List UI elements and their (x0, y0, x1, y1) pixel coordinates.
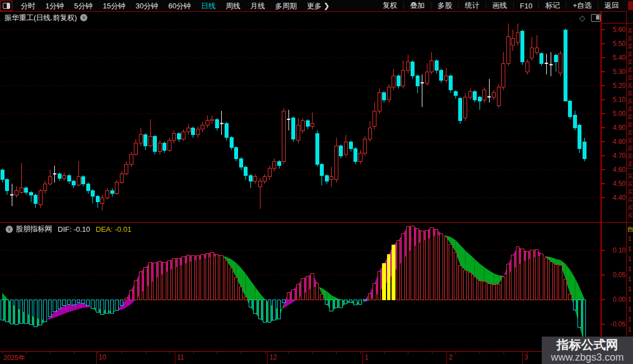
price-label-5.30: 5.30 (603, 68, 626, 76)
axis-tick (602, 183, 605, 184)
period-tab-15分钟[interactable]: 15分钟 (103, 2, 125, 10)
date-tick (241, 352, 241, 354)
corner-accent (628, 1, 633, 10)
price-label-5.60: 5.60 (603, 26, 626, 34)
period-tab-60分钟[interactable]: 60分钟 (168, 2, 190, 10)
date-tick (336, 352, 337, 354)
clipped-text: 卖 (627, 43, 633, 50)
tools-menu: 复权叠加多股统计画线F10标记+自选返回 (376, 0, 625, 11)
split-panel-icon[interactable] (591, 14, 601, 22)
axis-tick (602, 141, 605, 142)
tool-button-标记[interactable]: 标记 (539, 1, 566, 11)
price-label-5.50: 5.50 (603, 40, 626, 48)
period-tab-更多 ❯[interactable]: 更多 ❯ (307, 2, 330, 10)
date-tick (480, 352, 480, 354)
clipped-digit: 1 (628, 235, 631, 242)
date-tick (97, 352, 98, 354)
period-tab-30分钟[interactable]: 30分钟 (136, 2, 158, 10)
period-tab-1分钟[interactable]: 1分钟 (45, 2, 64, 10)
tool-button-复权[interactable]: 复权 (376, 1, 403, 11)
tool-button-叠加[interactable]: 叠加 (404, 1, 431, 11)
clipped-text: 卖 (627, 27, 633, 35)
diamond-icon[interactable]: ◇ (579, 13, 585, 22)
date-axis[interactable]: 2025年101112123 (0, 352, 601, 364)
year-label: 2025年 (3, 353, 25, 363)
month-label-10: 10 (99, 353, 106, 361)
clipped-digit: 1 (628, 276, 631, 282)
period-tab-月线[interactable]: 月线 (250, 2, 265, 10)
date-tick (527, 352, 528, 354)
date-tick (26, 352, 27, 354)
clipped-text: 买 (627, 172, 633, 180)
clipped-text: 买 (627, 180, 633, 188)
clipped-digit: 1 (628, 255, 631, 262)
month-separator (446, 352, 447, 364)
clipped-text: 卖 (627, 113, 633, 121)
stock-title: 振华重工(日线.前复权) (4, 13, 77, 23)
tool-button-多股[interactable]: 多股 (431, 1, 458, 11)
right-edge-clipped-panel: 卖卖卖卖卖卖卖卖卖卖卖卖卖卖卖卖卖卖买买买买买买自111111111111 (626, 11, 633, 364)
price-label-4.60: 4.60 (603, 166, 626, 174)
month-label-2: 2 (449, 353, 453, 361)
clipped-text: 买 (627, 188, 633, 196)
price-label-4.80: 4.80 (603, 138, 626, 146)
strip-divider (627, 222, 633, 223)
period-tab-5分钟[interactable]: 5分钟 (74, 2, 92, 10)
watermark-url: www.zbgs3.com (551, 352, 623, 363)
month-label-11: 11 (177, 353, 184, 361)
clipped-tab-label: 自 (627, 225, 633, 234)
date-tick (288, 352, 289, 354)
top-toolbar: 分时1分钟5分钟15分钟30分钟60分钟日线周线月线多周期更多 ❯ 复权叠加多股… (0, 0, 633, 12)
date-tick (432, 352, 432, 354)
period-tab-分时[interactable]: 分时 (21, 2, 35, 10)
indicator-label--0.05: -0.05 (603, 320, 626, 328)
chevron-down-icon[interactable] (80, 14, 87, 21)
tool-button-画线[interactable]: 画线 (486, 1, 513, 11)
period-menu: 分时1分钟5分钟15分钟30分钟60分钟日线周线月线多周期更多 ❯ (0, 0, 334, 11)
tool-button-返回[interactable]: 返回 (598, 1, 625, 11)
clipped-text: 卖 (627, 35, 633, 43)
clipped-text: 卖 (627, 82, 633, 90)
tool-button-F10[interactable]: F10 (514, 2, 538, 10)
price-label-5.00: 5.00 (603, 110, 626, 118)
title-row: 振华重工(日线.前复权) ◇ (0, 12, 601, 24)
date-tick (360, 352, 361, 354)
date-tick (384, 352, 385, 354)
clipped-text: 买 (627, 212, 633, 220)
price-label-4.90: 4.90 (603, 124, 626, 132)
tool-button-统计[interactable]: 统计 (459, 1, 486, 11)
indicator-label-0.10: 0.10 (603, 246, 626, 254)
indicator-label-0.00: 0.00 (603, 296, 626, 304)
layout-toggle-button[interactable] (0, 1, 12, 11)
clipped-text: 买 (627, 204, 633, 212)
period-tab-多周期[interactable]: 多周期 (275, 2, 297, 10)
period-tab-日线[interactable]: 日线 (201, 2, 216, 10)
candlestick-chart[interactable] (0, 24, 601, 222)
date-tick (455, 352, 456, 354)
macd-indicator-chart[interactable] (0, 223, 601, 351)
axis-tick (602, 71, 605, 72)
trading-app-window: 分时1分钟5分钟15分钟30分钟60分钟日线周线月线多周期更多 ❯ 复权叠加多股… (0, 0, 633, 364)
indicator-name: 股朋指标网 (16, 224, 52, 234)
month-separator (522, 352, 523, 364)
clipped-text: 卖 (627, 137, 633, 144)
date-tick (74, 352, 75, 354)
tool-button-+自选[interactable]: +自选 (566, 1, 598, 11)
indicator-collapse-icon[interactable] (6, 226, 13, 233)
indicator-dea-value: DEA: -0.01 (96, 225, 132, 234)
clipped-digit: 1 (628, 286, 631, 292)
price-label-5.40: 5.40 (603, 54, 626, 62)
period-tab-周线[interactable]: 周线 (226, 2, 240, 10)
clipped-text: 卖 (627, 144, 633, 152)
axis-tick (602, 57, 605, 58)
clipped-digit: 1 (628, 265, 631, 272)
price-label-4.50: 4.50 (603, 180, 626, 188)
axis-tick (602, 155, 605, 156)
clipped-text: 卖 (627, 97, 633, 105)
clipped-text: 卖 (627, 50, 633, 58)
clipped-digit: 1 (628, 296, 631, 302)
date-tick (169, 352, 170, 354)
clipped-digit: 1 (628, 245, 631, 252)
strip-divider (627, 23, 633, 24)
clipped-text: 卖 (627, 58, 633, 66)
